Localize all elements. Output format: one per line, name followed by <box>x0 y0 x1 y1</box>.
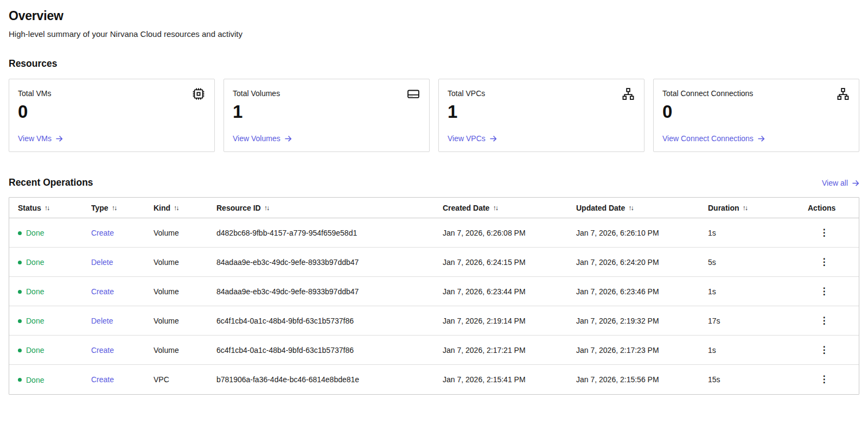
card-value: 1 <box>233 102 420 122</box>
created-date-cell: Jan 7, 2026, 6:24:15 PM <box>443 258 576 267</box>
status-label: Done <box>26 258 44 267</box>
column-header-kind[interactable]: Kind↑↓ <box>154 204 211 212</box>
card-label: Total VPCs <box>448 87 485 98</box>
status-dot-icon <box>18 231 22 235</box>
row-actions-button[interactable]: ⋮ <box>818 256 831 269</box>
view-vms-link[interactable]: View VMs <box>18 134 63 143</box>
status-label: Done <box>26 376 44 384</box>
operation-type-link[interactable]: Create <box>91 287 114 296</box>
status-dot-icon <box>18 261 22 264</box>
column-header-resource-id[interactable]: Resource ID↑↓ <box>216 204 437 212</box>
table-row: Done Delete Volume 6c4f1cb4-0a1c-48b4-9b… <box>9 306 859 336</box>
operation-type-link[interactable]: Delete <box>91 317 113 325</box>
chip-icon <box>192 87 206 101</box>
created-date-cell: Jan 7, 2026, 2:19:14 PM <box>443 317 576 325</box>
kind-cell: Volume <box>154 317 216 325</box>
table-row: Done Create VPC b781906a-fa36-4d4e-bc46-… <box>9 365 859 394</box>
view-vms-link-label: View VMs <box>18 134 52 143</box>
kebab-icon: ⋮ <box>820 226 829 239</box>
kebab-icon: ⋮ <box>820 373 829 386</box>
status-label: Done <box>26 346 44 355</box>
kebab-icon: ⋮ <box>820 344 829 357</box>
created-date-cell: Jan 7, 2026, 6:26:08 PM <box>443 229 576 237</box>
operation-type-link[interactable]: Create <box>91 346 114 355</box>
table-row: Done Create Volume d482bc68-9fbb-4157-a7… <box>9 218 859 248</box>
row-actions-button[interactable]: ⋮ <box>818 314 831 327</box>
column-header-updated-date[interactable]: Updated Date↑↓ <box>576 204 703 212</box>
status-dot-icon <box>18 319 22 323</box>
operation-type-link[interactable]: Create <box>91 229 114 237</box>
column-header-actions: Actions <box>808 204 853 212</box>
table-row: Done Delete Volume 84adaa9e-eb3c-49dc-9e… <box>9 248 859 277</box>
arrow-right-icon <box>852 179 859 187</box>
view-connect-connections-link-label: View Connect Connections <box>662 134 754 143</box>
arrow-right-icon <box>489 135 497 142</box>
sort-icon: ↑↓ <box>743 204 748 212</box>
view-all-link[interactable]: View all <box>822 179 859 187</box>
status-cell: Done <box>9 375 91 384</box>
actions-cell: ⋮ <box>808 373 859 386</box>
sort-icon: ↑↓ <box>264 204 269 212</box>
card-total-vpcs: Total VPCs 1 View VPCs <box>438 79 644 152</box>
resource-cards: Total VMs 0 View VMs Total Volumes <box>9 79 859 152</box>
column-header-status[interactable]: Status↑↓ <box>18 204 86 212</box>
kebab-icon: ⋮ <box>820 314 829 327</box>
updated-date-cell: Jan 7, 2026, 2:19:32 PM <box>576 317 708 325</box>
arrow-right-icon <box>55 135 63 142</box>
view-vpcs-link[interactable]: View VPCs <box>448 134 497 143</box>
row-actions-button[interactable]: ⋮ <box>818 344 831 357</box>
updated-date-cell: Jan 7, 2026, 6:24:20 PM <box>576 258 708 267</box>
operation-type-link[interactable]: Create <box>91 375 114 384</box>
updated-date-cell: Jan 7, 2026, 2:15:56 PM <box>576 375 708 384</box>
row-actions-button[interactable]: ⋮ <box>818 285 831 298</box>
duration-cell: 1s <box>708 287 808 296</box>
card-label: Total VMs <box>18 87 51 98</box>
table-header-row: Status↑↓ Type↑↓ Kind↑↓ Resource ID↑↓ Cre… <box>9 198 859 218</box>
card-label: Total Volumes <box>233 87 280 98</box>
status-cell: Done <box>9 228 91 238</box>
status-cell: Done <box>9 345 91 355</box>
operation-type-link[interactable]: Delete <box>91 258 113 267</box>
card-value: 0 <box>662 102 850 122</box>
kind-cell: Volume <box>154 287 216 296</box>
duration-cell: 17s <box>708 317 808 325</box>
view-volumes-link-label: View Volumes <box>233 134 280 143</box>
card-value: 0 <box>18 102 206 122</box>
duration-cell: 1s <box>708 346 808 355</box>
resource-id-cell: 84adaa9e-eb3c-49dc-9efe-8933b97ddb47 <box>216 287 443 296</box>
column-header-type[interactable]: Type↑↓ <box>91 204 148 212</box>
status-badge: Done <box>18 229 44 237</box>
sort-icon: ↑↓ <box>628 204 633 212</box>
row-actions-button[interactable]: ⋮ <box>818 226 831 239</box>
updated-date-cell: Jan 7, 2026, 2:17:23 PM <box>576 346 708 355</box>
column-header-duration[interactable]: Duration↑↓ <box>708 204 802 212</box>
column-header-created-date[interactable]: Created Date↑↓ <box>443 204 571 212</box>
kind-cell: Volume <box>154 258 216 267</box>
status-badge: Done <box>18 287 44 296</box>
sort-icon: ↑↓ <box>112 204 117 212</box>
actions-cell: ⋮ <box>808 344 859 357</box>
card-total-volumes: Total Volumes 1 View Volumes <box>224 79 430 152</box>
kebab-icon: ⋮ <box>820 256 829 269</box>
arrow-right-icon <box>757 135 765 142</box>
status-cell: Done <box>9 316 91 326</box>
network-icon <box>836 87 850 101</box>
sort-icon: ↑↓ <box>493 204 497 212</box>
status-dot-icon <box>18 290 22 294</box>
page-subtitle: High-level summary of your Nirvana Cloud… <box>9 29 859 39</box>
sort-icon: ↑↓ <box>44 204 49 212</box>
created-date-cell: Jan 7, 2026, 6:23:44 PM <box>443 287 576 296</box>
resource-id-cell: 84adaa9e-eb3c-49dc-9efe-8933b97ddb47 <box>216 258 443 267</box>
network-icon <box>621 87 635 101</box>
view-volumes-link[interactable]: View Volumes <box>233 134 292 143</box>
operations-table: Status↑↓ Type↑↓ Kind↑↓ Resource ID↑↓ Cre… <box>9 197 859 395</box>
resource-id-cell: 6c4f1cb4-0a1c-48b4-9bfd-63c1b5737f86 <box>216 317 443 325</box>
updated-date-cell: Jan 7, 2026, 6:26:10 PM <box>576 229 708 237</box>
card-value: 1 <box>448 102 635 122</box>
resource-id-cell: b781906a-fa36-4d4e-bc46-6814e8bde81e <box>216 375 443 384</box>
row-actions-button[interactable]: ⋮ <box>818 373 831 386</box>
card-label: Total Connect Connections <box>662 87 753 98</box>
table-body: Done Create Volume d482bc68-9fbb-4157-a7… <box>9 218 859 394</box>
created-date-cell: Jan 7, 2026, 2:15:41 PM <box>443 375 576 384</box>
view-connect-connections-link[interactable]: View Connect Connections <box>662 134 765 143</box>
